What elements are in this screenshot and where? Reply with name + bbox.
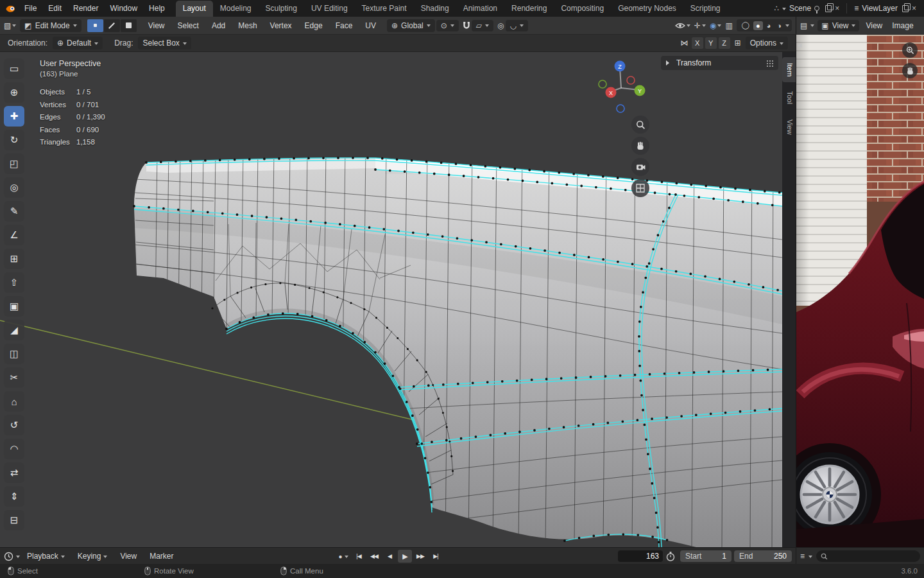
reference-image-view[interactable]: ◀ bbox=[796, 35, 924, 547]
pan-button[interactable] bbox=[631, 137, 649, 155]
menu-playback[interactable]: Playback bbox=[21, 550, 71, 563]
snap-absolute-icon[interactable]: ⊞ bbox=[735, 39, 741, 47]
current-frame-field[interactable]: 163 bbox=[618, 550, 663, 562]
menu-help[interactable]: Help bbox=[143, 2, 171, 15]
close-icon[interactable]: × bbox=[912, 4, 916, 12]
menu-timeline-view[interactable]: View bbox=[114, 550, 142, 563]
search-input[interactable] bbox=[816, 550, 920, 562]
tool-shrink-fatten[interactable]: ⇕ bbox=[4, 486, 24, 507]
pivot-dropdown[interactable]: ⊙ bbox=[436, 20, 459, 31]
axis-neg-y-handle[interactable] bbox=[599, 80, 606, 88]
region-toggle-arrow[interactable]: ◀ bbox=[798, 42, 801, 48]
pin-icon[interactable] bbox=[814, 6, 819, 11]
tab-shading[interactable]: Shading bbox=[414, 1, 456, 17]
jump-to-end-button[interactable]: ▶| bbox=[429, 550, 443, 563]
menu-face[interactable]: Face bbox=[330, 19, 359, 32]
menu-window[interactable]: Window bbox=[104, 2, 143, 15]
navigation-gizmo[interactable]: Z Y X bbox=[594, 55, 649, 116]
tab-compositing[interactable]: Compositing bbox=[554, 1, 611, 17]
snap-with-dropdown[interactable]: ▱ bbox=[472, 20, 493, 31]
zoom-button[interactable] bbox=[631, 116, 649, 134]
overlays-dropdown[interactable]: ◉ bbox=[710, 22, 721, 30]
tab-scripting[interactable]: Scripting bbox=[683, 1, 728, 17]
menu-render[interactable]: Render bbox=[67, 2, 104, 15]
options-dropdown[interactable]: Options bbox=[746, 37, 788, 49]
transform-panel-header[interactable]: Transform bbox=[661, 56, 778, 70]
mirror-x-toggle[interactable]: X bbox=[692, 37, 703, 49]
menu-vertex[interactable]: Vertex bbox=[264, 19, 298, 32]
viewlayer-selector[interactable]: ≡ ViewLayer × bbox=[851, 4, 919, 13]
menu-select[interactable]: Select bbox=[172, 19, 205, 32]
jump-to-start-button[interactable]: |◀ bbox=[352, 550, 366, 563]
editor-type-icon[interactable]: ▤ bbox=[800, 22, 807, 30]
sidebar-tab-tool[interactable]: Tool bbox=[782, 85, 796, 110]
clock-icon[interactable] bbox=[4, 552, 13, 561]
orientation-dropdown[interactable]: ⊕ Global bbox=[387, 19, 435, 32]
image-zoom-button[interactable] bbox=[902, 42, 918, 58]
perspective-toggle-button[interactable] bbox=[631, 179, 649, 197]
shading-rendered-button[interactable]: ◑ bbox=[774, 21, 784, 30]
mirror-y-toggle[interactable]: Y bbox=[705, 37, 717, 49]
mode-dropdown[interactable]: ◩ Edit Mode bbox=[20, 19, 81, 32]
edge-select-button[interactable] bbox=[104, 19, 120, 32]
tab-modeling[interactable]: Modeling bbox=[213, 1, 259, 17]
menu-edge[interactable]: Edge bbox=[299, 19, 329, 32]
tool-knife[interactable]: ✂ bbox=[4, 367, 24, 388]
tool-transform[interactable]: ◎ bbox=[4, 177, 24, 198]
editor-menu-icon[interactable]: ≡ bbox=[800, 552, 805, 560]
copy-icon[interactable] bbox=[902, 5, 909, 12]
next-keyframe-button[interactable]: ▶▶ bbox=[413, 550, 427, 563]
tab-uv-editing[interactable]: UV Editing bbox=[304, 1, 355, 17]
copy-icon[interactable] bbox=[825, 5, 832, 12]
image-mode-dropdown[interactable]: ▣ View bbox=[817, 20, 859, 31]
tool-edge-slide[interactable]: ⇄ bbox=[4, 462, 24, 483]
use-preview-range-toggle[interactable] bbox=[666, 552, 675, 563]
play-reverse-button[interactable]: ◀ bbox=[382, 550, 397, 563]
tool-bevel[interactable]: ◢ bbox=[4, 320, 24, 340]
frame-end-field[interactable]: End 250 bbox=[734, 550, 792, 562]
tool-rip-region[interactable]: ⊟ bbox=[4, 510, 24, 530]
tool-annotate[interactable]: ✎ bbox=[4, 201, 24, 222]
menu-edit[interactable]: Edit bbox=[42, 2, 67, 15]
tab-layout[interactable]: Layout bbox=[176, 1, 213, 17]
tool-extrude[interactable]: ⇧ bbox=[4, 272, 24, 293]
shading-material-button[interactable]: ◕ bbox=[764, 21, 774, 30]
close-icon[interactable]: × bbox=[835, 4, 839, 12]
tool-cursor[interactable]: ⊕ bbox=[4, 82, 24, 103]
snap-toggle[interactable] bbox=[463, 21, 470, 30]
sidebar-tab-view[interactable]: View bbox=[782, 114, 796, 141]
proportional-falloff-dropdown[interactable]: ◡ bbox=[506, 20, 528, 31]
frame-start-field[interactable]: Start 1 bbox=[680, 550, 732, 562]
menu-file[interactable]: File bbox=[19, 2, 42, 15]
axis-neg-z-handle[interactable] bbox=[617, 105, 624, 112]
drag-handle-icon[interactable] bbox=[766, 60, 773, 67]
editor-type-icon[interactable]: ▧ bbox=[4, 22, 11, 30]
tool-spin[interactable]: ↺ bbox=[4, 415, 24, 435]
gizmos-dropdown[interactable]: ✛ bbox=[694, 22, 706, 30]
tool-tweak[interactable]: ▭ bbox=[4, 58, 24, 79]
tool-scale[interactable]: ◰ bbox=[4, 153, 24, 174]
tool-move[interactable]: ✚ bbox=[4, 106, 24, 127]
tab-animation[interactable]: Animation bbox=[456, 1, 504, 17]
tab-geometry-nodes[interactable]: Geometry Nodes bbox=[611, 1, 683, 17]
camera-view-button[interactable] bbox=[631, 158, 649, 176]
tab-rendering[interactable]: Rendering bbox=[504, 1, 554, 17]
drag-mode-dropdown[interactable]: Select Box bbox=[138, 37, 191, 49]
menu-keying[interactable]: Keying bbox=[72, 550, 114, 563]
shading-wireframe-button[interactable]: ◯ bbox=[739, 21, 752, 30]
tab-texture-paint[interactable]: Texture Paint bbox=[355, 1, 414, 17]
menu-image-view[interactable]: View bbox=[862, 19, 886, 32]
shading-solid-button[interactable]: ● bbox=[753, 21, 763, 30]
tool-poly-build[interactable]: ⌂ bbox=[4, 391, 24, 412]
mirror-z-toggle[interactable]: Z bbox=[719, 37, 730, 49]
xray-toggle[interactable]: ▥ bbox=[725, 22, 732, 30]
tool-smooth[interactable]: ◠ bbox=[4, 439, 24, 459]
viewport-3d[interactable]: ▭ ⊕ ✚ ↻ ◰ ◎ ✎ ∠ ⊞ ⇧ ▣ ◢ ◫ ✂ ⌂ ↺ ◠ ⇄ ⇕ ⊟ … bbox=[0, 52, 796, 547]
vertex-select-button[interactable] bbox=[87, 19, 103, 32]
orientation-default-dropdown[interactable]: ⊕ Default bbox=[53, 37, 103, 49]
menu-uv[interactable]: UV bbox=[359, 19, 382, 32]
previous-keyframe-button[interactable]: ◀◀ bbox=[367, 550, 381, 563]
menu-image[interactable]: Image bbox=[889, 19, 916, 32]
proportional-edit-toggle[interactable]: ◎ bbox=[497, 22, 504, 30]
menu-mesh[interactable]: Mesh bbox=[232, 19, 262, 32]
